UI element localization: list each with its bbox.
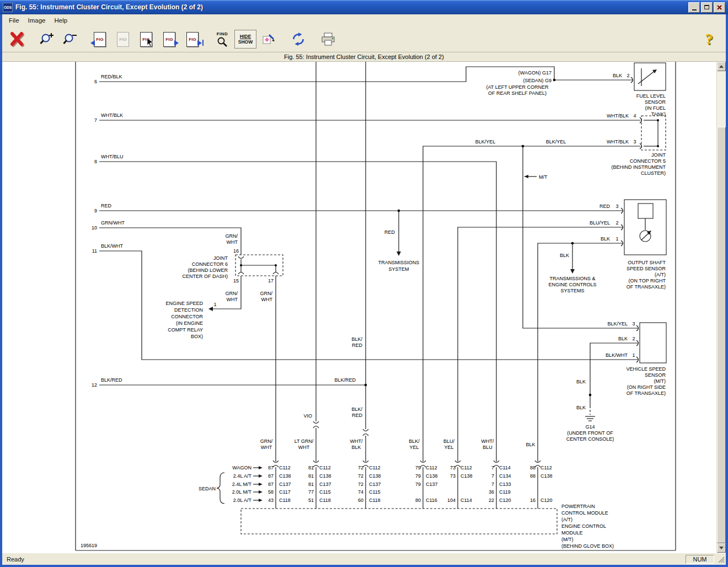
maximize-icon bbox=[704, 5, 709, 9]
table-cell: 7 bbox=[491, 473, 494, 479]
table-cell: 81 bbox=[308, 473, 314, 479]
pin-number: 2 bbox=[632, 336, 635, 341]
markup-pen-icon bbox=[262, 33, 276, 46]
resize-grip[interactable] bbox=[716, 555, 725, 563]
scroll-up-icon bbox=[719, 65, 724, 68]
help-button[interactable]: ? bbox=[698, 28, 720, 50]
fig-label: FIG bbox=[119, 37, 126, 42]
wire-label: RED bbox=[384, 229, 395, 235]
menu-image[interactable]: Image bbox=[24, 15, 50, 25]
markup-pen-button[interactable] bbox=[258, 28, 280, 50]
cursor-icon bbox=[146, 38, 154, 46]
print-button[interactable] bbox=[317, 28, 339, 50]
show-label: SHOW bbox=[238, 39, 253, 45]
table-cell: C114 bbox=[499, 465, 511, 470]
scroll-down-button[interactable] bbox=[717, 543, 726, 553]
component-name: COMPT RELAY bbox=[168, 327, 203, 333]
table-cell: 16 bbox=[530, 498, 536, 503]
component-name: TANK) bbox=[651, 111, 666, 117]
wire-label: BLK/WHT bbox=[101, 243, 124, 249]
wire-label: WHT bbox=[261, 445, 272, 450]
sheet-number: 195619 bbox=[81, 543, 97, 548]
window-title: Fig. 55: Instrument Cluster Circuit, Exc… bbox=[15, 3, 687, 11]
wire-label: BLK/RED bbox=[101, 377, 122, 383]
refresh-icon bbox=[291, 32, 306, 46]
menu-file[interactable]: File bbox=[4, 15, 24, 25]
wire-label: WHT/ bbox=[350, 438, 363, 444]
close-button[interactable] bbox=[714, 2, 725, 13]
table-cell: C120 bbox=[499, 498, 511, 503]
component-name: FUEL LEVEL bbox=[636, 93, 666, 99]
transmissions-system-labels: RED TRANSMISSIONS SYSTEM BLK TRANSMISSIO… bbox=[378, 229, 597, 293]
component-powertrain-control-module bbox=[241, 509, 557, 534]
table-cell: C117 bbox=[279, 489, 291, 495]
table-cell: 72 bbox=[358, 473, 363, 479]
table-cell: C118 bbox=[279, 498, 291, 503]
last-figure-button[interactable]: FIG bbox=[181, 28, 204, 50]
first-figure-button[interactable]: FIG bbox=[89, 28, 111, 50]
fig-label: FIG bbox=[189, 37, 196, 42]
diagram-canvas[interactable]: 195619 bbox=[2, 62, 726, 553]
component-name: (A/T) bbox=[655, 272, 666, 277]
table-cell: C133 bbox=[499, 482, 511, 487]
refresh-button[interactable] bbox=[287, 28, 309, 50]
wire-label: WHT bbox=[298, 445, 310, 450]
app-icon-label: ODS bbox=[4, 6, 12, 9]
wire-label: GRN/WHT bbox=[101, 220, 125, 226]
table-cell: C112 bbox=[461, 465, 472, 470]
table-row: 2.4L M/T 87 C137 81 C137 72 C137 79 C137… bbox=[232, 482, 511, 487]
fig-label: FIG bbox=[96, 37, 103, 42]
zoom-out-button[interactable] bbox=[59, 28, 81, 50]
pin-number: 16 bbox=[233, 248, 239, 254]
hide-show-button[interactable]: HIDE SHOW bbox=[234, 30, 256, 49]
vertical-scrollbar[interactable] bbox=[716, 62, 726, 553]
pin-number: 15 bbox=[233, 278, 239, 284]
wire-red-blk bbox=[99, 67, 554, 82]
pin-number: 4 bbox=[633, 113, 636, 119]
wire-label: RED/BLK bbox=[101, 74, 122, 79]
app-window: ODS Fig. 55: Instrument Cluster Circuit,… bbox=[0, 0, 728, 567]
wire-label: YEL bbox=[444, 445, 453, 450]
table-cell: 72 bbox=[358, 465, 363, 470]
select-figure-button[interactable]: FIG bbox=[135, 28, 157, 50]
arrow-right-icon bbox=[174, 40, 179, 46]
figure-caption-bar: Fig. 55: Instrument Cluster Circuit, Exc… bbox=[2, 52, 726, 62]
table-cell: C118 bbox=[319, 498, 331, 503]
menu-help[interactable]: Help bbox=[50, 15, 72, 25]
statusbar: Ready NUM bbox=[2, 553, 726, 565]
wire-label: LT GRN/ bbox=[295, 438, 314, 444]
table-cell: C138 bbox=[369, 473, 381, 479]
component-joint-connector-6 bbox=[235, 255, 283, 276]
minimize-button[interactable] bbox=[688, 2, 700, 13]
component-name: (BEHIND GLOVE BOX) bbox=[561, 543, 614, 549]
table-cell: C138 bbox=[461, 473, 473, 479]
component-name: BOX) bbox=[191, 334, 203, 339]
wire-label: WHT/ bbox=[481, 438, 494, 444]
find-button[interactable]: FIND bbox=[211, 28, 233, 50]
wire-label: BLK bbox=[613, 73, 622, 78]
num-lock-indicator: NUM bbox=[686, 555, 714, 564]
ground-label: (WAGON) G17 bbox=[518, 70, 552, 76]
component-name: JOINT bbox=[213, 255, 228, 261]
table-cell: C137 bbox=[279, 482, 291, 487]
maximize-button[interactable] bbox=[701, 2, 713, 13]
table-vehicle: 2.4L A/T bbox=[233, 473, 252, 479]
table-cell: 77 bbox=[308, 489, 314, 495]
wire-label: BLK/YEL bbox=[607, 321, 628, 327]
zoom-in-button[interactable] bbox=[36, 28, 58, 50]
scroll-up-button[interactable] bbox=[717, 62, 726, 71]
wire-blk-red bbox=[99, 62, 366, 509]
exit-figure-button[interactable] bbox=[6, 28, 28, 50]
pin-number: 3 bbox=[632, 321, 635, 327]
table-cell: C138 bbox=[319, 473, 331, 479]
table-cell: C114 bbox=[461, 498, 472, 503]
zoom-in-icon bbox=[40, 32, 55, 47]
next-figure-button[interactable]: FIG bbox=[158, 28, 180, 50]
table-cell: C112 bbox=[319, 465, 331, 470]
window-controls bbox=[687, 2, 725, 13]
table-cell: 79 bbox=[415, 482, 421, 487]
previous-figure-button[interactable]: FIG bbox=[112, 28, 134, 50]
table-cell: 81 bbox=[308, 465, 314, 470]
scrollbar-thumb[interactable] bbox=[717, 127, 726, 543]
pin-number: 3 bbox=[633, 139, 636, 145]
